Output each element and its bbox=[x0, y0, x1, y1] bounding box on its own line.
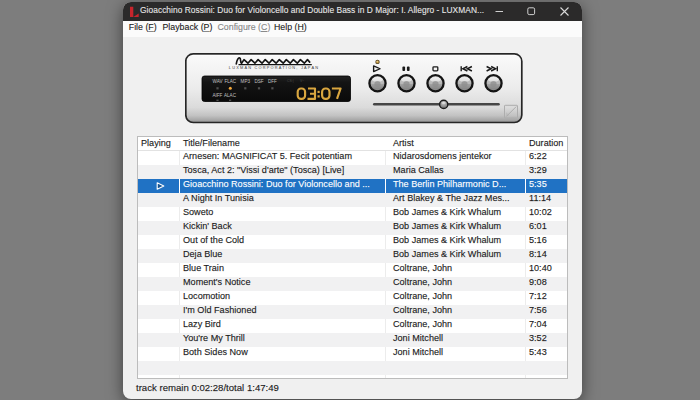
svg-text:DFF: DFF bbox=[268, 79, 277, 84]
svg-text:FLAC: FLAC bbox=[224, 79, 236, 84]
svg-text:LUXMAN CORPORATION, JAPAN: LUXMAN CORPORATION, JAPAN bbox=[229, 65, 319, 70]
svg-text:V~: V~ bbox=[300, 79, 304, 83]
svg-text:WAV: WAV bbox=[213, 79, 224, 84]
svg-text:ALAC: ALAC bbox=[224, 93, 237, 98]
svg-text:DSF: DSF bbox=[254, 79, 263, 84]
svg-text:CS:|: CS:| bbox=[287, 79, 294, 83]
svg-text:AIFF: AIFF bbox=[212, 93, 222, 98]
svg-text:MP3: MP3 bbox=[241, 79, 251, 84]
